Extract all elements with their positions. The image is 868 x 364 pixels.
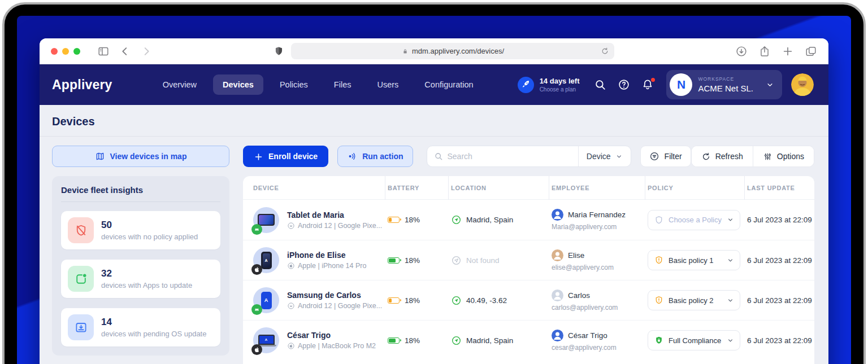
options-button[interactable]: Options	[753, 146, 814, 166]
nav-item-configuration[interactable]: Configuration	[415, 74, 483, 95]
table-row[interactable]: ASamsung de CarlosAndroid 12 | Google Pi…	[243, 280, 814, 320]
filter-button[interactable]: Filter	[640, 146, 691, 167]
notifications-bell-icon[interactable]	[641, 78, 654, 91]
user-avatar[interactable]	[791, 73, 814, 96]
android-os-icon	[287, 302, 295, 310]
options-button-label: Options	[777, 152, 804, 161]
back-icon[interactable]	[119, 45, 131, 58]
device-info: Tablet de MariaAndroid 12 | Google Pixe.…	[287, 210, 382, 230]
navbar-icons	[594, 78, 654, 91]
lock-icon	[401, 47, 409, 55]
tablet-thumbnail	[258, 214, 275, 226]
device-cell: ACésar TrigoApple | MacBook Pro M2	[243, 327, 385, 353]
policy-label: Basic policy 2	[669, 296, 722, 305]
tab-overview-icon[interactable]	[805, 45, 817, 58]
nav-item-policies[interactable]: Policies	[270, 74, 318, 95]
view-devices-in-map-button[interactable]: View devices in map	[52, 146, 229, 167]
insights-title: Device fleet insights	[61, 185, 220, 202]
employee-identity: Carlos	[552, 290, 590, 301]
refresh-button[interactable]: Refresh	[692, 146, 753, 166]
last-update-text: 6 Jul 2023 at 22:09	[747, 256, 812, 265]
applivery-logo[interactable]: Applivery	[52, 77, 112, 93]
minimize-window-button[interactable]	[62, 48, 69, 55]
policy-cell: Choose a Policy	[645, 210, 745, 230]
battery-icon	[388, 217, 400, 223]
enroll-device-button[interactable]: Enroll device	[243, 146, 328, 167]
policy-dropdown[interactable]: Full Compliance	[648, 330, 740, 350]
content-area: Device fleet insights 50devices with no …	[52, 176, 814, 364]
policy-label: Full Compliance	[669, 336, 722, 345]
employee-identity: Maria Fernandez	[552, 209, 626, 221]
choose-a-plan-link[interactable]: Choose a plan	[540, 86, 580, 93]
table-row[interactable]: Tablet de MariaAndroid 12 | Google Pixe.…	[243, 200, 814, 240]
map-icon	[95, 151, 105, 161]
last-update-cell: 6 Jul 2023 at 22:09	[745, 296, 814, 305]
chevron-down-icon	[727, 216, 734, 223]
os-update-icon	[68, 314, 94, 340]
downloads-icon[interactable]	[735, 45, 748, 58]
device-name: Tablet de Maria	[287, 210, 382, 220]
reload-icon[interactable]	[601, 47, 609, 55]
location-text: Madrid, Spain	[466, 216, 513, 224]
employee-email: carlos@applivery.com	[552, 304, 618, 312]
app-navbar: Applivery OverviewDevicesPoliciesFilesUs…	[40, 64, 828, 105]
device-name: César Trigo	[287, 331, 376, 340]
insight-card[interactable]: 32devices with Apps to update	[61, 260, 220, 298]
browser-titlebar: mdm.applivery.com/devices/	[40, 38, 828, 64]
location-not-found-icon	[451, 255, 462, 266]
insight-card[interactable]: 14devices with pending OS update	[61, 308, 220, 347]
android-badge-icon	[251, 304, 262, 315]
help-icon[interactable]	[618, 78, 630, 91]
privacy-shield-icon[interactable]	[274, 46, 284, 56]
workspace-switcher[interactable]: N WORKSPACE ACME Net SL.	[666, 70, 782, 99]
policy-dropdown[interactable]: Basic policy 1	[648, 250, 740, 270]
column-header-last-update: LAST UPDATE	[745, 176, 814, 200]
sliders-icon	[763, 152, 772, 161]
nav-item-users[interactable]: Users	[367, 74, 408, 95]
insight-card[interactable]: 50devices with no policy applied	[61, 211, 220, 249]
policy-dropdown[interactable]: Choose a Policy	[648, 210, 740, 230]
apple-badge-icon	[251, 264, 262, 275]
search-icon[interactable]	[594, 78, 606, 91]
zoom-window-button[interactable]	[73, 48, 80, 55]
employee-avatar	[552, 209, 563, 221]
employee-identity: Elise	[552, 249, 584, 261]
location-icon	[451, 335, 462, 346]
run-action-button[interactable]: Run action	[337, 146, 413, 167]
policy-dropdown[interactable]: Basic policy 2	[648, 290, 740, 310]
device-os: Android 12 | Google Pixe...	[287, 302, 382, 310]
device-os: Apple | MacBook Pro M2	[287, 342, 376, 350]
employee-identity: César Trigo	[552, 330, 607, 341]
table-row[interactable]: AiPhone de EliseApple | iPhone 14 Pro18%…	[243, 240, 814, 280]
employee-email: cesar@applivery.com	[552, 344, 617, 352]
column-header-device: DEVICE	[243, 176, 385, 200]
rocket-icon	[518, 77, 534, 93]
trial-chip[interactable]: 14 days left Choose a plan	[518, 77, 580, 93]
nav-item-overview[interactable]: Overview	[153, 74, 206, 95]
device-avatar: A	[253, 327, 279, 353]
last-update-cell: 6 Jul 2023 at 22:09	[745, 336, 814, 345]
nav-item-devices[interactable]: Devices	[213, 74, 263, 95]
sidebar-toggle-icon[interactable]	[97, 45, 110, 58]
address-bar[interactable]: mdm.applivery.com/devices/	[291, 43, 614, 59]
main-nav: OverviewDevicesPoliciesFilesUsersConfigu…	[153, 74, 483, 95]
refresh-options-group: Refresh Options	[691, 146, 814, 167]
battery-icon	[388, 337, 400, 344]
location-text: 40.49, -3.62	[466, 296, 507, 305]
device-info: iPhone de EliseApple | iPhone 14 Pro	[287, 251, 366, 270]
device-os-label: Apple | MacBook Pro M2	[298, 342, 376, 350]
new-tab-icon[interactable]	[782, 45, 794, 58]
close-window-button[interactable]	[51, 48, 58, 55]
device-cell: ASamsung de CarlosAndroid 12 | Google Pi…	[243, 287, 385, 313]
share-icon[interactable]	[758, 45, 771, 58]
run-button-label: Run action	[362, 152, 403, 161]
table-row[interactable]: ACésar TrigoApple | MacBook Pro M218%Mad…	[243, 320, 814, 360]
nav-item-files[interactable]: Files	[324, 74, 361, 95]
search-input[interactable]	[448, 152, 578, 161]
forward-icon[interactable]	[140, 45, 153, 58]
apple-badge-icon	[251, 344, 262, 355]
location-icon	[451, 295, 462, 306]
search-scope-dropdown[interactable]: Device	[578, 146, 631, 166]
column-header-policy: POLICY	[645, 176, 745, 200]
shield-warning-icon	[654, 255, 664, 265]
